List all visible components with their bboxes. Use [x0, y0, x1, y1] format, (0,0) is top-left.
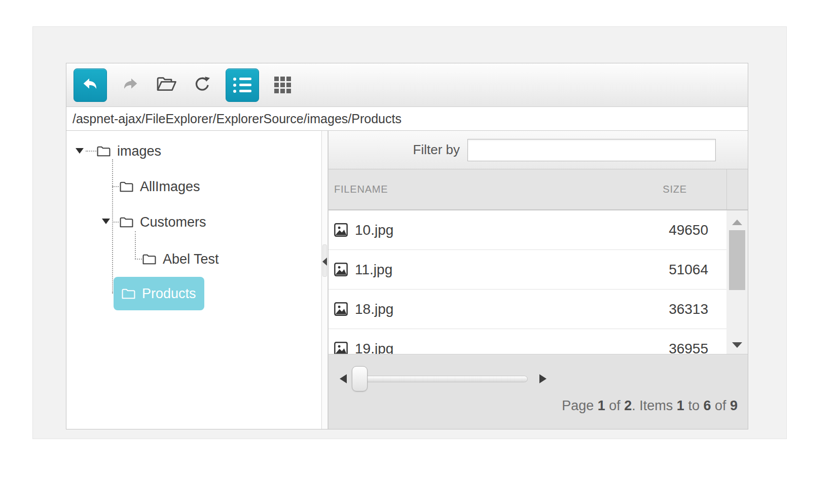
forward-icon — [121, 76, 139, 94]
header-scrollbar-spacer — [726, 169, 748, 209]
open-folder-button[interactable] — [154, 70, 179, 100]
pager-text: Page — [562, 398, 598, 413]
pager-slider-track[interactable] — [353, 376, 528, 382]
file-size: 36313 — [669, 301, 726, 317]
refresh-icon — [192, 75, 212, 95]
file-explorer: /aspnet-ajax/FileExplorer/ExplorerSource… — [66, 63, 748, 429]
refresh-button[interactable] — [190, 70, 215, 100]
folder-icon — [142, 254, 156, 265]
image-file-icon — [334, 302, 348, 316]
table-row[interactable]: 10.jpg 49650 — [329, 210, 726, 250]
file-name: 18.jpg — [355, 301, 393, 317]
grid-header: FILENAME SIZE — [329, 169, 748, 210]
column-header-size[interactable]: SIZE — [663, 184, 726, 195]
splitter-bar[interactable] — [321, 131, 328, 429]
folder-icon — [122, 288, 135, 300]
file-name: 19.jpg — [355, 341, 393, 354]
pager-prev-icon[interactable] — [340, 374, 347, 383]
pager-text: of — [711, 398, 730, 413]
grid-view-button[interactable] — [270, 70, 295, 100]
tree-node-label: Customers — [140, 214, 206, 230]
tree-node-products-selected[interactable]: Products — [114, 277, 204, 310]
column-header-filename[interactable]: FILENAME — [329, 184, 663, 195]
tree-node-label: Products — [142, 286, 196, 302]
splitter-collapse-icon[interactable] — [322, 258, 327, 266]
table-row[interactable]: 18.jpg 36313 — [329, 290, 726, 329]
tree-node-label: images — [117, 143, 161, 159]
image-file-icon — [334, 223, 348, 237]
tree-connector — [86, 151, 96, 152]
list-view-icon — [233, 78, 251, 93]
tree-node-abel-test[interactable]: Abel Test — [142, 245, 219, 273]
pager-text: . Items — [632, 398, 677, 413]
filter-bar: Filter by — [329, 131, 748, 169]
image-file-icon — [334, 263, 348, 276]
collapse-toggle-images[interactable] — [76, 148, 84, 154]
list-view-button[interactable] — [226, 68, 259, 102]
file-size: 51064 — [669, 262, 726, 278]
scroll-down-icon[interactable] — [732, 342, 742, 348]
content-area: images AllImages Customers Abel Test — [66, 131, 748, 429]
vertical-scrollbar[interactable] — [726, 210, 748, 354]
tree-connector — [112, 159, 113, 293]
pager-slider-thumb[interactable] — [352, 366, 368, 391]
folder-tree: images AllImages Customers Abel Test — [66, 131, 321, 429]
pager: Page 1 of 2. Items 1 to 6 of 9 — [329, 354, 748, 429]
filter-input[interactable] — [467, 139, 716, 161]
tree-node-images[interactable]: images — [97, 137, 161, 165]
address-path: /aspnet-ajax/FileExplorer/ExplorerSource… — [72, 112, 402, 126]
grid-view-icon — [274, 77, 291, 93]
folder-icon — [120, 217, 133, 228]
toolbar — [66, 63, 748, 107]
pager-current-page: 1 — [598, 398, 605, 413]
pager-status: Page 1 of 2. Items 1 to 6 of 9 — [562, 398, 738, 414]
back-icon — [81, 76, 99, 94]
tree-connector — [135, 259, 142, 260]
tree-node-label: Abel Test — [163, 251, 219, 267]
file-grid-panel: Filter by FILENAME SIZE 10.jpg 49 — [328, 131, 748, 429]
file-name: 11.jpg — [355, 262, 392, 278]
open-folder-icon — [156, 75, 176, 95]
address-bar[interactable]: /aspnet-ajax/FileExplorer/ExplorerSource… — [66, 107, 748, 131]
pager-item-to: 6 — [703, 398, 711, 413]
folder-icon — [97, 146, 111, 157]
file-name: 10.jpg — [355, 222, 393, 238]
file-size: 36955 — [669, 341, 726, 354]
tree-connector — [112, 222, 119, 223]
grid-body: 10.jpg 49650 11.jpg 51064 — [329, 210, 748, 354]
pager-next-icon[interactable] — [539, 374, 546, 383]
table-row[interactable]: 19.jpg 36955 — [329, 329, 726, 354]
table-row[interactable]: 11.jpg 51064 — [329, 250, 726, 290]
image-file-icon — [334, 342, 348, 354]
pager-text: of — [605, 398, 625, 413]
grid-rows: 10.jpg 49650 11.jpg 51064 — [329, 210, 726, 354]
tree-node-label: AllImages — [140, 179, 200, 195]
forward-button[interactable] — [118, 70, 143, 100]
back-button[interactable] — [74, 68, 107, 102]
tree-connector — [112, 186, 119, 187]
scroll-up-icon[interactable] — [732, 220, 742, 225]
pager-text: to — [684, 398, 704, 413]
folder-icon — [120, 181, 133, 193]
filter-label: Filter by — [413, 142, 460, 158]
tree-node-allimages[interactable]: AllImages — [120, 172, 200, 201]
pager-total-items: 9 — [730, 398, 738, 413]
tree-node-customers[interactable]: Customers — [120, 208, 206, 236]
collapse-toggle-customers[interactable] — [102, 219, 110, 224]
pager-total-pages: 2 — [624, 398, 632, 413]
pager-item-from: 1 — [677, 398, 684, 413]
vertical-scrollbar-thumb[interactable] — [729, 230, 745, 290]
file-size: 49650 — [669, 222, 726, 238]
